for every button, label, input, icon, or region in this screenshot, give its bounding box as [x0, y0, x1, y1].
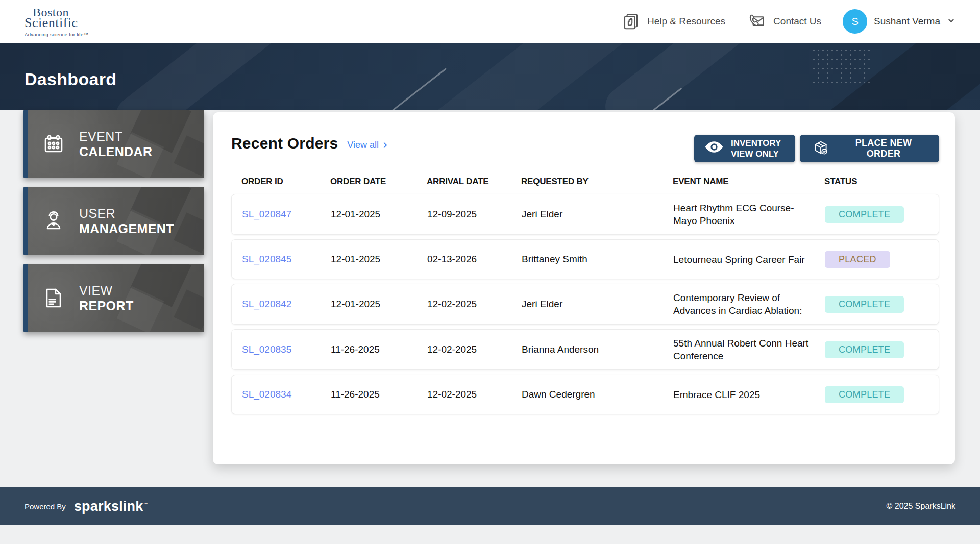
event-name-cell: Embrace CLIF 2025 — [673, 388, 825, 401]
column-header: ARRIVAL DATE — [427, 177, 521, 187]
requested-by-cell: Brianna Anderson — [522, 344, 673, 355]
logo-line2: Scientific — [24, 16, 88, 30]
order-id-link[interactable]: SL_020842 — [242, 299, 331, 310]
column-header: ORDER DATE — [330, 177, 427, 187]
footer: Powered By sparkslink™ © 2025 SparksLink — [0, 487, 980, 525]
eye-icon — [704, 139, 724, 157]
tile-accent-bar — [23, 110, 28, 178]
card-title: Recent Orders — [231, 135, 338, 152]
help-resources-label: Help & Resources — [647, 16, 725, 27]
sidebar-item-label: USER MANAGEMENT — [79, 206, 174, 237]
sidebar-item-label: EVENT CALENDAR — [79, 129, 152, 160]
recent-orders-card: Recent Orders View all — [213, 112, 955, 464]
status-cell: COMPLETE — [825, 341, 928, 358]
sidebar-item-event-calendar[interactable]: EVENT CALENDAR — [23, 110, 204, 178]
requested-by-cell: Dawn Cedergren — [522, 389, 673, 400]
requested-by-cell: Brittaney Smith — [522, 254, 673, 265]
status-cell: COMPLETE — [825, 296, 928, 313]
calendar-icon — [41, 132, 66, 156]
inventory-view-only-button[interactable]: INVENTORY VIEW ONLY — [694, 135, 795, 162]
boston-scientific-logo: Boston Scientific Advancing science for … — [24, 6, 88, 37]
avatar: S — [843, 9, 867, 34]
event-name-cell: Letourneau Spring Career Fair — [673, 253, 825, 266]
table-row: SL_020835 11-26-2025 12-02-2025 Brianna … — [231, 329, 939, 370]
logo-tagline: Advancing science for life™ — [24, 32, 88, 37]
help-resources-link[interactable]: Help & Resources — [622, 12, 725, 31]
tile-accent-bar — [23, 264, 28, 332]
top-header: Boston Scientific Advancing science for … — [0, 0, 980, 43]
arrival-date-cell: 02-13-2026 — [427, 254, 522, 265]
sidebar-item-view-report[interactable]: VIEW REPORT — [23, 264, 204, 332]
table-row: SL_020845 12-01-2025 02-13-2026 Brittane… — [231, 239, 939, 279]
arrival-date-cell: 12-02-2025 — [427, 344, 522, 355]
content-area: EVENT CALENDAR — [0, 110, 980, 487]
order-date-cell: 11-26-2025 — [331, 344, 427, 355]
sparkslink-logo: sparkslink™ — [74, 499, 148, 514]
tile-accent-bar — [23, 187, 28, 255]
order-id-link[interactable]: SL_020847 — [242, 209, 331, 220]
view-all-link[interactable]: View all — [347, 140, 389, 151]
contact-us-icon — [747, 13, 766, 30]
arrival-date-cell: 12-02-2025 — [427, 299, 522, 310]
arrival-date-cell: 12-09-2025 — [427, 209, 522, 220]
user-name: Sushant Verma — [874, 16, 940, 27]
copyright-text: © 2025 SparksLink — [887, 502, 955, 511]
status-badge: COMPLETE — [825, 296, 904, 313]
powered-by: Powered By sparkslink™ — [24, 499, 148, 514]
user-menu[interactable]: S Sushant Verma — [843, 9, 955, 34]
column-header: EVENT NAME — [673, 177, 824, 187]
table-row: SL_020834 11-26-2025 12-02-2025 Dawn Ced… — [231, 375, 939, 414]
event-name-cell: Contemporary Review of Advances in Cardi… — [673, 291, 825, 317]
contact-us-link[interactable]: Contact Us — [747, 13, 821, 30]
orders-table-body: SL_020847 12-01-2025 12-09-2025 Jeri Eld… — [231, 194, 939, 414]
column-header: ORDER ID — [241, 177, 330, 187]
status-badge: COMPLETE — [825, 341, 904, 358]
column-header: STATUS — [824, 177, 929, 187]
event-name-cell: 55th Annual Robert Conn Heart Conference — [673, 337, 825, 362]
order-id-link[interactable]: SL_020835 — [242, 344, 331, 355]
place-new-order-button[interactable]: PLACE NEW ORDER — [800, 135, 939, 162]
report-icon — [41, 286, 66, 310]
help-resources-icon — [622, 12, 640, 31]
order-date-cell: 12-01-2025 — [331, 299, 427, 310]
table-row: SL_020847 12-01-2025 12-09-2025 Jeri Eld… — [231, 194, 939, 235]
column-header: REQUESTED BY — [521, 177, 673, 187]
status-cell: PLACED — [825, 251, 928, 268]
status-badge: PLACED — [825, 251, 890, 268]
place-order-button-label: PLACE NEW ORDER — [837, 138, 930, 159]
page-title: Dashboard — [24, 69, 980, 89]
order-id-link[interactable]: SL_020834 — [242, 389, 331, 400]
order-date-cell: 11-26-2025 — [331, 389, 427, 400]
table-row: SL_020842 12-01-2025 12-02-2025 Jeri Eld… — [231, 284, 939, 325]
arrival-date-cell: 12-02-2025 — [427, 389, 522, 400]
top-nav: Help & Resources Contact Us S Sushant Ve… — [622, 9, 955, 34]
status-cell: COMPLETE — [825, 206, 928, 223]
status-badge: COMPLETE — [825, 386, 904, 403]
status-badge: COMPLETE — [825, 206, 904, 223]
order-id-link[interactable]: SL_020845 — [242, 254, 331, 265]
orders-table-header: ORDER ID ORDER DATE ARRIVAL DATE REQUEST… — [231, 177, 939, 187]
package-icon — [812, 139, 829, 159]
sidebar-item-label: VIEW REPORT — [79, 283, 134, 314]
sidebar: EVENT CALENDAR — [23, 110, 204, 332]
sidebar-item-user-management[interactable]: USER MANAGEMENT — [23, 187, 204, 255]
order-date-cell: 12-01-2025 — [331, 209, 427, 220]
event-name-cell: Heart Rhythm ECG Course-Mayo Phoenix — [673, 202, 825, 227]
requested-by-cell: Jeri Elder — [522, 299, 673, 310]
inventory-button-label: INVENTORY VIEW ONLY — [731, 138, 781, 160]
chevron-right-icon — [381, 141, 389, 149]
requested-by-cell: Jeri Elder — [522, 209, 673, 220]
order-date-cell: 12-01-2025 — [331, 254, 427, 265]
user-icon — [41, 209, 66, 233]
chevron-down-icon — [947, 16, 955, 27]
contact-us-label: Contact Us — [773, 16, 821, 27]
status-cell: COMPLETE — [825, 386, 928, 403]
powered-by-label: Powered By — [24, 502, 66, 511]
